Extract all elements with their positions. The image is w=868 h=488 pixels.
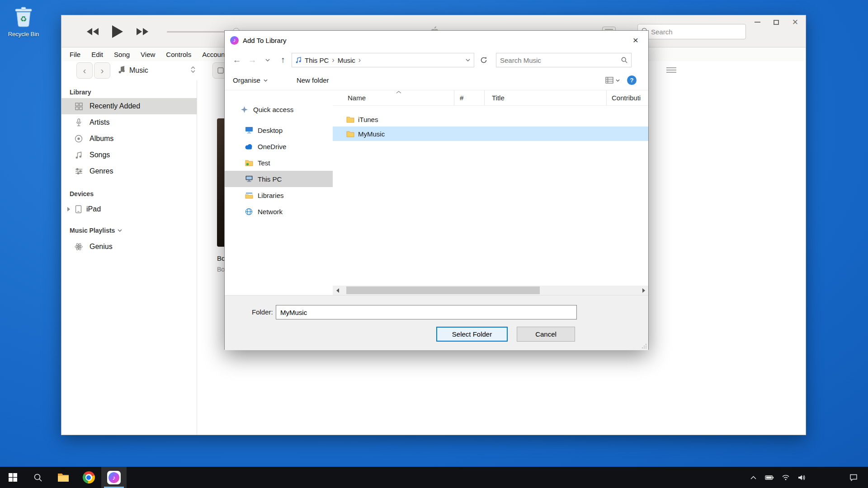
this-pc-icon bbox=[245, 175, 253, 183]
dialog-search-box[interactable] bbox=[496, 53, 632, 67]
taskbar-file-explorer[interactable] bbox=[51, 467, 76, 488]
wifi-icon[interactable] bbox=[778, 467, 794, 488]
crumb-music[interactable]: Music bbox=[338, 56, 355, 64]
cancel-button[interactable]: Cancel bbox=[517, 327, 575, 342]
play-button[interactable] bbox=[112, 25, 123, 38]
navpane-item-desktop[interactable]: Desktop bbox=[225, 122, 333, 138]
menu-view[interactable]: View bbox=[141, 51, 155, 58]
crumb-separator-icon: › bbox=[332, 56, 334, 64]
taskbar-search-button[interactable] bbox=[25, 467, 51, 488]
view-list-icon[interactable] bbox=[666, 67, 676, 73]
menu-account[interactable]: Account bbox=[202, 51, 226, 58]
column-title[interactable]: Title bbox=[485, 90, 607, 105]
itunes-icon: ♪ bbox=[107, 471, 121, 484]
nav-forward-button[interactable]: → bbox=[245, 53, 259, 67]
refresh-button[interactable] bbox=[477, 53, 491, 67]
maximize-button[interactable] bbox=[772, 18, 780, 26]
column-contributing[interactable]: Contributi bbox=[607, 90, 648, 105]
folder-icon bbox=[346, 116, 354, 123]
media-kind-selector[interactable]: Music bbox=[118, 62, 195, 79]
new-folder-button[interactable]: New folder bbox=[297, 76, 329, 84]
speaker-icon[interactable] bbox=[794, 467, 810, 488]
address-dropdown-icon[interactable] bbox=[466, 59, 470, 61]
navpane-item-libraries[interactable]: Libraries bbox=[225, 187, 333, 203]
dialog-close-button[interactable]: × bbox=[623, 31, 648, 50]
nav-up-button[interactable]: ↑ bbox=[276, 53, 290, 67]
tray-chevron-up-icon[interactable] bbox=[745, 467, 761, 488]
menu-song[interactable]: Song bbox=[114, 51, 130, 58]
album-disc-icon bbox=[74, 134, 83, 143]
sidebar-item-artists[interactable]: Artists bbox=[61, 114, 197, 131]
taskbar-chrome[interactable] bbox=[76, 467, 101, 488]
column-number[interactable]: # bbox=[454, 90, 485, 105]
file-row-itunes[interactable]: iTunes bbox=[333, 112, 648, 127]
folder-test-icon bbox=[245, 159, 253, 167]
disclosure-triangle-icon[interactable] bbox=[67, 207, 70, 211]
sidebar-item-genius[interactable]: Genius bbox=[61, 239, 197, 255]
navpane-item-this-pc[interactable]: This PC bbox=[225, 171, 333, 187]
folder-label: Folder: bbox=[252, 308, 273, 316]
libraries-icon bbox=[245, 191, 253, 200]
search-icon bbox=[621, 57, 627, 63]
navpane-item-quick-access[interactable]: Quick access bbox=[225, 101, 333, 117]
minimize-button[interactable] bbox=[753, 18, 761, 26]
desktop: ♻ Recycle Bin bbox=[0, 0, 868, 488]
help-button[interactable]: ? bbox=[627, 75, 637, 85]
sort-ascending-icon bbox=[396, 91, 401, 94]
quick-access-star-icon bbox=[240, 105, 249, 114]
dialog-search-input[interactable] bbox=[500, 56, 621, 64]
back-button[interactable]: ‹ bbox=[76, 62, 93, 79]
menu-edit[interactable]: Edit bbox=[91, 51, 103, 58]
organise-button[interactable]: Organise bbox=[233, 76, 268, 84]
window-controls: × bbox=[753, 18, 799, 26]
forward-button[interactable]: › bbox=[94, 62, 110, 79]
action-center-icon[interactable] bbox=[845, 467, 862, 488]
menu-controls[interactable]: Controls bbox=[166, 51, 191, 58]
sidebar-item-ipad[interactable]: iPad bbox=[61, 201, 197, 217]
sidebar-item-recently-added[interactable]: Recently Added bbox=[61, 98, 197, 114]
nav-history-dropdown[interactable] bbox=[261, 53, 274, 67]
select-folder-button[interactable]: Select Folder bbox=[436, 327, 508, 342]
scroll-left-button[interactable] bbox=[333, 286, 342, 295]
sidebar-item-songs[interactable]: Songs bbox=[61, 147, 197, 163]
crumb-this-pc[interactable]: This PC bbox=[305, 56, 329, 64]
navpane-item-network[interactable]: Network bbox=[225, 203, 333, 220]
scroll-right-button[interactable] bbox=[639, 286, 648, 295]
recently-added-icon bbox=[74, 102, 83, 111]
sidebar-item-genres[interactable]: Genres bbox=[61, 163, 197, 179]
album-subtitle: Bo bbox=[217, 266, 225, 273]
navpane-item-onedrive[interactable]: OneDrive bbox=[225, 138, 333, 155]
chrome-icon bbox=[83, 471, 95, 483]
previous-button[interactable] bbox=[86, 27, 100, 36]
recycle-bin-icon: ♻ bbox=[12, 5, 35, 29]
address-bar[interactable]: This PC › Music › bbox=[292, 53, 474, 67]
sidebar-label: Artists bbox=[90, 118, 109, 127]
column-name[interactable]: Name bbox=[333, 90, 454, 105]
itunes-search-box[interactable] bbox=[637, 24, 746, 39]
navpane-item-test[interactable]: Test bbox=[225, 155, 333, 171]
itunes-search-input[interactable] bbox=[651, 28, 742, 36]
chevron-down-icon bbox=[616, 79, 620, 82]
scrollbar-thumb[interactable] bbox=[346, 286, 540, 294]
file-row-mymusic[interactable]: MyMusic bbox=[333, 127, 648, 141]
taskbar-itunes[interactable]: ♪ bbox=[101, 467, 127, 488]
navpane-label: This PC bbox=[258, 175, 282, 183]
windows-logo-icon bbox=[9, 473, 17, 482]
horizontal-scrollbar[interactable] bbox=[333, 286, 648, 295]
start-button[interactable] bbox=[0, 467, 25, 488]
search-icon bbox=[33, 473, 42, 482]
nav-back-button[interactable]: ← bbox=[230, 53, 244, 67]
playlists-header: Music Playlists bbox=[70, 227, 197, 234]
menu-file[interactable]: File bbox=[70, 51, 80, 58]
close-button[interactable]: × bbox=[791, 18, 799, 26]
recycle-bin[interactable]: ♻ Recycle Bin bbox=[6, 5, 41, 38]
resize-grip[interactable] bbox=[642, 343, 647, 349]
sidebar-item-albums[interactable]: Albums bbox=[61, 131, 197, 147]
next-button[interactable] bbox=[135, 27, 149, 36]
chevron-down-icon bbox=[118, 229, 122, 232]
folder-name-input[interactable] bbox=[276, 305, 577, 319]
dialog-body: Quick access Desktop OneDrive bbox=[225, 90, 648, 295]
change-view-button[interactable] bbox=[605, 77, 620, 84]
chevron-down-icon bbox=[264, 79, 268, 82]
battery-icon[interactable] bbox=[761, 467, 778, 488]
